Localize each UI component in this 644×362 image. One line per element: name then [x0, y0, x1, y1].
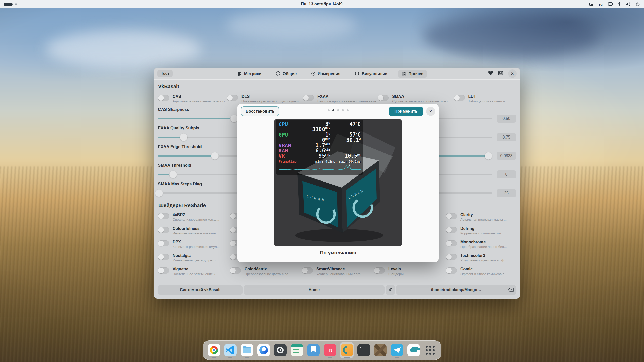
reshade-toggle-colourfulness: ColourfulnessИнтеллектуальное повыше... — [158, 226, 228, 236]
dock-item-files[interactable] — [240, 342, 254, 358]
slider-knob[interactable] — [155, 189, 163, 197]
tab-general[interactable]: Общие — [272, 70, 300, 78]
reshade-toggle-defring: DefringКоррекция хроматических ... — [446, 226, 516, 236]
slider-knob[interactable] — [485, 152, 492, 160]
tab-metrics[interactable]: Метрики — [234, 70, 265, 78]
toggle-switch[interactable] — [374, 267, 385, 274]
toggle-switch[interactable] — [158, 240, 169, 246]
terminal-icon: >_ — [357, 344, 370, 356]
dock-item-bookmarks[interactable] — [306, 342, 320, 358]
dot[interactable] — [347, 109, 349, 111]
frametime-graph — [279, 164, 361, 172]
toggle-switch[interactable] — [302, 267, 313, 274]
dot-active[interactable] — [332, 109, 334, 111]
slider-knob[interactable] — [211, 152, 219, 160]
toggle-switch[interactable] — [446, 267, 457, 274]
edit-path-button[interactable] — [386, 285, 395, 295]
tab-visual[interactable]: Визуальные — [351, 70, 391, 78]
toggle-switch[interactable] — [446, 240, 457, 246]
display-icon[interactable] — [608, 2, 613, 6]
restore-button[interactable]: Восстановить — [241, 106, 279, 116]
slider-value[interactable]: 25 — [497, 189, 516, 197]
toggle-switch[interactable] — [446, 213, 457, 219]
vkbasalt-toggle-cas: CASАдаптивное повышение резкости — [158, 94, 225, 104]
toggle-switch[interactable] — [446, 254, 457, 260]
status-tray[interactable]: ru — [534, 2, 640, 7]
patch-icon — [374, 344, 387, 356]
windows-stack-icon[interactable] — [589, 2, 594, 7]
preset-caption: По умолчанию — [320, 250, 356, 256]
keyboard-layout[interactable]: ru — [599, 2, 603, 6]
news-icon[interactable] — [498, 71, 503, 76]
slider-knob[interactable] — [230, 115, 238, 122]
dot[interactable] — [342, 109, 344, 111]
dock-item-1password[interactable] — [273, 342, 287, 358]
dock-item-browser[interactable] — [257, 342, 271, 358]
mangohud-osd: CPU3%47°C 3300MHz GPU1%57°C 0RPM30.1W VR… — [276, 120, 363, 175]
clock[interactable]: Пн, 13 октября 14:49 — [109, 2, 534, 6]
cloud-icon — [407, 344, 420, 356]
tab-measurements[interactable]: Измерения — [308, 70, 344, 78]
activities-area[interactable] — [4, 3, 109, 6]
slider-value[interactable]: 0.0833 — [497, 152, 516, 160]
slider-value[interactable]: 8 — [497, 170, 516, 178]
system-vkbasalt-button[interactable]: Системный vkBasalt — [158, 285, 243, 295]
dock-item-app-grid[interactable] — [423, 342, 437, 358]
osd-vk-label: VK — [279, 153, 300, 159]
dock-item-cloud[interactable] — [407, 342, 421, 358]
dock-item-notes[interactable] — [290, 342, 304, 358]
toggle-switch[interactable] — [378, 95, 389, 101]
toggle-switch[interactable] — [446, 227, 457, 233]
power-icon[interactable] — [636, 2, 640, 6]
apply-button[interactable]: Применить — [389, 107, 423, 116]
activities-pill-icon[interactable] — [4, 3, 13, 6]
toggle-switch[interactable] — [230, 267, 241, 274]
dock-item-vscode[interactable] — [223, 342, 237, 358]
close-icon[interactable]: × — [508, 69, 517, 78]
toggle-switch[interactable] — [158, 213, 169, 219]
carousel-dots[interactable] — [328, 109, 349, 111]
toggle-switch[interactable] — [158, 267, 169, 274]
reshade-toggle-nostalgia: NostalgiaУменьшение цвета до ретр... — [158, 253, 228, 263]
slider-value[interactable]: 0.75 — [497, 133, 516, 141]
config-path-button[interactable]: /home/radiolamp/Mango… — [396, 285, 516, 295]
dock-item-patches[interactable] — [373, 342, 387, 358]
osd-frametime-minmax: min: 4.2ms, max: 30.2ms — [315, 160, 361, 163]
toggle-switch[interactable] — [227, 95, 238, 101]
toggle-switch[interactable] — [158, 227, 169, 233]
reshade-toggle-vignette: VignetteПостепенное затемнение к... — [158, 267, 228, 277]
workspace-dot-icon[interactable] — [15, 3, 17, 5]
toggle-switch[interactable] — [158, 254, 169, 260]
toggle-switch[interactable] — [454, 95, 465, 101]
dialog-close-icon[interactable]: × — [426, 107, 435, 116]
tab-other[interactable]: Прочее — [398, 70, 427, 78]
dot[interactable] — [328, 109, 330, 111]
dot[interactable] — [337, 109, 339, 111]
dock-item-music[interactable]: ♫ — [323, 342, 337, 358]
list-icon — [237, 71, 242, 76]
volume-icon[interactable] — [626, 2, 631, 6]
heart-icon[interactable] — [488, 71, 493, 76]
dock-item-mangojuice[interactable] — [340, 342, 354, 359]
mangojuice-icon — [341, 344, 353, 356]
preview-dialog: Восстановить Применить × — [237, 104, 439, 262]
home-button[interactable]: Home — [244, 285, 385, 295]
reshade-toggle-comic: ComicЭффект в стиле комиксов с ... — [446, 267, 516, 277]
slider-knob[interactable] — [180, 133, 187, 141]
vkbasalt-section-title: vkBasalt — [158, 84, 516, 89]
reshade-toggle-smartvibrance: SmartVibranceУсовершенствованный алго... — [302, 267, 372, 277]
bluetooth-icon[interactable] — [618, 2, 621, 6]
toggle-switch[interactable] — [303, 95, 314, 101]
toggle-switch[interactable] — [158, 95, 169, 101]
dock-item-chrome[interactable] — [207, 342, 221, 358]
slider-value[interactable]: 0.50 — [497, 115, 516, 123]
vkbasalt-toggle-row: CASАдаптивное повышение резкости DLSПовы… — [158, 94, 516, 104]
dock-item-terminal[interactable]: >_ — [357, 342, 371, 358]
slider-knob[interactable] — [169, 171, 177, 178]
window-footer: Системный vkBasalt Home /home/radiolamp/… — [158, 282, 516, 295]
dock-item-telegram[interactable] — [390, 342, 404, 358]
profile-test-button[interactable]: Тест — [157, 70, 173, 77]
puzzle-icon — [276, 71, 280, 76]
clear-path-icon[interactable] — [508, 288, 514, 292]
top-bar: Пн, 13 октября 14:49 ru — [0, 0, 644, 8]
